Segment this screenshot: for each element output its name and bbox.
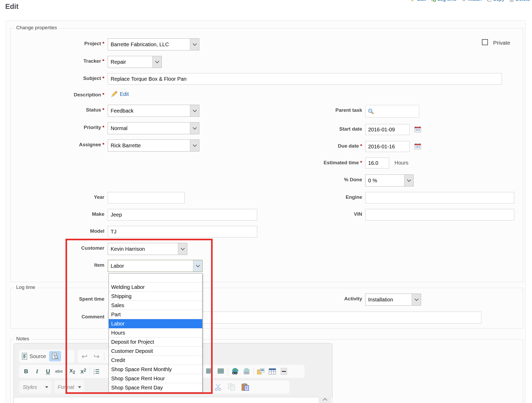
project-select-button[interactable]	[190, 39, 199, 50]
paste-button[interactable]	[241, 382, 250, 392]
year-label: Year	[37, 194, 104, 200]
start-date-input[interactable]	[365, 124, 410, 135]
description-edit-link[interactable]: Edit	[120, 91, 129, 97]
copy-link[interactable]: Copy	[486, 0, 504, 2]
cut-button[interactable]	[214, 382, 223, 392]
vin-label: VIN	[284, 211, 362, 217]
superscript-icon: X2	[80, 368, 86, 375]
pencil-icon	[111, 91, 118, 97]
item-option[interactable]: Credit	[109, 356, 202, 365]
item-option[interactable]: Sales	[109, 301, 202, 310]
strikethrough-button[interactable]: abc	[55, 366, 63, 377]
item-option[interactable]: Shop Space Rent Day	[109, 383, 202, 392]
chevron-down-icon	[181, 246, 185, 250]
edit-link[interactable]: Edit	[411, 0, 426, 2]
item-option[interactable]: Deposit for Project	[109, 337, 202, 347]
link-button[interactable]	[231, 366, 240, 377]
horizontal-rule-button[interactable]	[279, 366, 288, 377]
priority-select-button[interactable]	[190, 122, 199, 134]
unlink-button[interactable]	[242, 366, 251, 377]
justify-left-button[interactable]	[205, 366, 214, 377]
project-select[interactable]: Barrette Fabrication, LLC	[108, 38, 199, 50]
copy-button[interactable]	[227, 382, 236, 392]
calendar-icon[interactable]	[414, 143, 421, 149]
estimated-time-input[interactable]	[365, 157, 389, 168]
customer-select[interactable]: Kevin Harrison	[108, 243, 187, 255]
editor-content-area[interactable]	[14, 397, 332, 403]
item-option[interactable]: Shop Space Rent Hour	[109, 374, 202, 383]
item-option[interactable]: Shipping	[109, 292, 202, 301]
source-button[interactable]: Source	[22, 351, 46, 361]
justify-block-icon	[217, 369, 224, 374]
percent-done-select[interactable]: 0 %	[365, 174, 414, 186]
subscript-button[interactable]: X2	[68, 366, 77, 377]
editor-scroll-up-button[interactable]	[319, 397, 331, 403]
clock-add-icon	[431, 0, 436, 2]
year-input[interactable]	[108, 192, 185, 203]
item-option[interactable]: Shop Space Rent Monthly	[109, 365, 202, 374]
item-option[interactable]: Welding Labor	[109, 283, 202, 292]
watch-link-label: Watch	[468, 0, 482, 2]
tracker-select-button[interactable]	[152, 56, 162, 68]
model-label: Model	[37, 228, 104, 234]
tracker-label: Tracker	[37, 58, 104, 64]
model-input[interactable]	[108, 226, 257, 237]
activity-select[interactable]: Installation	[365, 294, 421, 306]
underline-icon: U	[46, 368, 50, 375]
item-select[interactable]: Labor	[108, 260, 202, 272]
vin-input[interactable]	[365, 209, 514, 220]
star-icon	[461, 0, 467, 2]
item-select-value: Labor	[108, 260, 193, 272]
image-button[interactable]	[256, 366, 265, 377]
item-select-button[interactable]	[193, 260, 202, 272]
table-icon	[269, 368, 276, 375]
numbered-list-button[interactable]: 123	[92, 366, 101, 377]
undo-button[interactable]: ↩	[80, 351, 89, 361]
superscript-button[interactable]: X2	[79, 366, 88, 377]
due-date-input[interactable]	[365, 141, 410, 152]
copy-icon	[486, 0, 492, 2]
parent-task-input[interactable]	[365, 105, 419, 118]
undo-icon: ↩	[81, 352, 87, 361]
table-button[interactable]	[268, 366, 277, 377]
priority-select[interactable]: Normal	[108, 122, 199, 134]
status-select-button[interactable]	[190, 105, 199, 116]
italic-button[interactable]: I	[33, 366, 41, 377]
bold-button[interactable]: B	[22, 366, 31, 377]
activity-select-button[interactable]	[412, 294, 421, 305]
subject-input[interactable]	[108, 73, 502, 85]
notes-legend: Notes	[14, 336, 31, 342]
log-time-link[interactable]: Log time	[431, 0, 457, 2]
format-dropdown[interactable]: Format	[55, 381, 84, 394]
redo-button[interactable]: ↪	[92, 351, 101, 361]
item-option-selected[interactable]: Labor	[109, 319, 202, 328]
styles-dropdown[interactable]: Styles	[20, 381, 51, 394]
styles-dropdown-label: Styles	[23, 384, 37, 390]
calendar-icon[interactable]	[414, 126, 421, 132]
delete-link-label: Delete	[516, 0, 530, 2]
assignee-select[interactable]: Rick Barrette	[108, 139, 199, 151]
due-date-label: Due date	[284, 143, 362, 149]
item-option[interactable]: Hours	[109, 328, 202, 337]
item-option[interactable]: Part	[109, 310, 202, 319]
delete-link[interactable]: Delete	[509, 0, 530, 2]
engine-input[interactable]	[365, 192, 514, 203]
preview-button[interactable]	[49, 351, 61, 361]
make-input[interactable]	[108, 209, 257, 220]
toolbar-separator	[90, 367, 90, 375]
justify-block-button[interactable]	[216, 366, 225, 377]
dropdown-arrow-icon	[78, 386, 81, 388]
item-option[interactable]: Customer Deposit	[109, 347, 202, 356]
search-icon	[368, 108, 374, 114]
assignee-select-button[interactable]	[190, 140, 199, 151]
assignee-label: Assignee	[37, 142, 104, 148]
tracker-select[interactable]: Repair	[108, 56, 162, 68]
customer-select-button[interactable]	[178, 243, 187, 255]
underline-button[interactable]: U	[44, 366, 52, 377]
item-option[interactable]	[109, 273, 202, 283]
percent-done-select-button[interactable]	[404, 175, 413, 186]
watch-link[interactable]: Watch	[461, 0, 482, 2]
tracker-select-value: Repair	[108, 56, 152, 68]
private-checkbox[interactable]	[482, 39, 488, 45]
status-select[interactable]: Feedback	[108, 105, 199, 117]
